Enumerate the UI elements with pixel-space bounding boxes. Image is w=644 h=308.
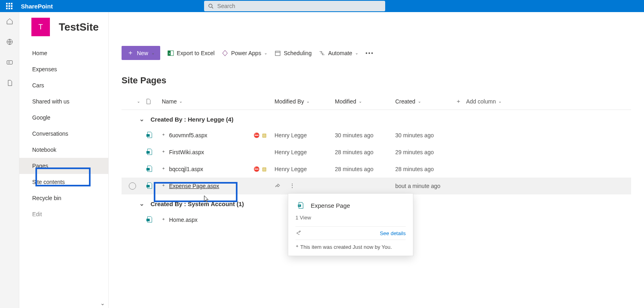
table-row[interactable]: ✦Expense Page.aspx⋮bout a minute ago — [122, 178, 631, 194]
table-row[interactable]: ✦bqccqjl1.aspx⛔▧Henry Legge28 minutes ag… — [122, 161, 631, 178]
powerapps-icon — [222, 50, 228, 56]
scheduling-button[interactable]: Scheduling — [275, 50, 312, 56]
export-excel-button[interactable]: x Export to Excel — [167, 50, 215, 56]
file-name-link[interactable]: bqccqjl1.aspx — [169, 166, 203, 172]
created-cell: 29 minutes ago — [395, 149, 456, 155]
nav-item-site-contents[interactable]: Site contents — [19, 174, 108, 190]
share-icon[interactable] — [295, 230, 302, 236]
site-logo[interactable]: T — [31, 18, 50, 36]
new-button[interactable]: ＋ New ⌄ — [122, 46, 160, 60]
group-title: Created By : System Account (1) — [151, 201, 244, 207]
chevron-down-icon[interactable]: ⌄ — [139, 116, 146, 123]
nav-collapse-icon[interactable]: ⌄ — [100, 300, 105, 306]
table-header: ⌄ Name ⌄ Modified By ⌄ Modified ⌄ Create… — [122, 93, 631, 110]
app-rail — [0, 12, 19, 308]
file-name-link[interactable]: Home.aspx — [169, 217, 198, 223]
excel-icon: x — [167, 50, 174, 56]
more-icon[interactable]: ⋮ — [289, 182, 295, 190]
command-bar: ＋ New ⌄ x Export to Excel Power Apps ⌄ — [109, 42, 644, 64]
created-cell: 28 minutes ago — [395, 166, 456, 172]
file-type-icon[interactable] — [146, 99, 151, 104]
column-created[interactable]: Created ⌄ — [395, 98, 456, 105]
app-launcher-icon[interactable] — [3, 3, 15, 9]
table-row[interactable]: ✦6uovmnf5.aspx⛔▧Henry Legge30 minutes ag… — [122, 127, 631, 144]
group-title: Created By : Henry Legge (4) — [151, 116, 233, 123]
column-modified[interactable]: Modified ⌄ — [335, 98, 395, 105]
svg-rect-11 — [147, 134, 150, 136]
chevron-down-icon[interactable]: ⌄ — [139, 200, 146, 207]
chevron-down-icon[interactable]: ⌄ — [137, 99, 140, 103]
chevron-down-icon: ⌄ — [264, 51, 267, 55]
home-icon[interactable] — [6, 18, 13, 26]
sharepoint-page-icon — [146, 131, 153, 138]
svg-rect-9 — [275, 51, 280, 56]
modified-cell: 28 minutes ago — [335, 149, 395, 155]
select-circle[interactable] — [129, 182, 136, 190]
nav-item-edit[interactable]: Edit — [19, 206, 108, 222]
sparkle-icon: ✦ — [162, 149, 165, 154]
nav-item-expenses[interactable]: Expenses — [19, 61, 108, 77]
chevron-down-icon: ⌄ — [151, 51, 155, 55]
see-details-link[interactable]: See details — [380, 230, 406, 236]
sparkle-icon: ✦ — [162, 183, 165, 188]
more-actions-button[interactable]: ••• — [365, 50, 374, 56]
file-name-link[interactable]: Expense Page.aspx — [169, 183, 219, 189]
group-header[interactable]: ⌄Created By : Henry Legge (4) — [122, 110, 631, 127]
modified-cell: 28 minutes ago — [335, 166, 395, 172]
sparkle-icon: ✦ — [162, 132, 165, 137]
power-apps-button[interactable]: Power Apps ⌄ — [222, 50, 267, 56]
nav-item-google[interactable]: Google — [19, 110, 108, 126]
sparkle-icon: ✦ — [162, 166, 165, 171]
nav-item-recycle-bin[interactable]: Recycle bin — [19, 190, 108, 206]
chevron-down-icon: ⌄ — [355, 51, 358, 55]
nav-item-shared-with-us[interactable]: Shared with us — [19, 93, 108, 110]
site-navigation: HomeExpensesCarsShared with usGoogleConv… — [19, 42, 109, 308]
search-box[interactable] — [204, 1, 385, 11]
globe-icon[interactable] — [6, 38, 13, 47]
svg-text:S: S — [299, 205, 300, 207]
sharepoint-page-icon — [146, 165, 153, 172]
svg-rect-3 — [7, 61, 12, 64]
site-title: TestSite — [59, 21, 99, 33]
nav-item-cars[interactable]: Cars — [19, 77, 108, 93]
svg-rect-13 — [147, 168, 150, 170]
nav-item-notebook[interactable]: Notebook — [19, 142, 108, 158]
automate-button[interactable]: Automate ⌄ — [319, 50, 358, 56]
created-cell: 30 minutes ago — [395, 132, 456, 138]
modified-by-cell: Henry Legge — [275, 132, 307, 138]
calendar-icon — [275, 50, 281, 56]
svg-rect-12 — [147, 151, 150, 153]
new-button-label: New — [137, 50, 148, 56]
modified-by-cell: Henry Legge — [275, 149, 335, 155]
news-icon[interactable] — [6, 59, 13, 67]
checkout-icon: ▧ — [262, 132, 266, 138]
svg-line-1 — [212, 7, 213, 8]
sharepoint-page-icon — [146, 182, 153, 189]
column-name[interactable]: Name ⌄ — [162, 98, 275, 105]
page-heading: Site Pages — [109, 64, 644, 93]
add-column-button[interactable]: ＋Add column ⌄ — [456, 98, 536, 105]
blocked-icon: ⛔ — [254, 166, 260, 172]
table-row[interactable]: ✦FirstWiki.aspxHenry Legge28 minutes ago… — [122, 144, 631, 161]
suite-bar: SharePoint — [0, 0, 644, 12]
sharepoint-page-icon: S — [295, 200, 306, 211]
checkout-icon: ▧ — [262, 166, 266, 172]
search-input[interactable] — [217, 3, 381, 9]
hover-card-footer: This item was created Just now by You. — [300, 244, 392, 250]
file-name-link[interactable]: FirstWiki.aspx — [169, 149, 204, 155]
file-name-link[interactable]: 6uovmnf5.aspx — [169, 132, 207, 138]
hover-card-views: 1 View — [295, 215, 406, 221]
svg-point-0 — [208, 4, 212, 7]
nav-item-conversations[interactable]: Conversations — [19, 126, 108, 142]
flow-icon — [319, 50, 325, 56]
nav-item-pages[interactable]: Pages — [19, 158, 108, 174]
share-icon[interactable] — [275, 182, 281, 190]
modified-by-cell: Henry Legge — [275, 166, 307, 172]
column-modified-by[interactable]: Modified By ⌄ — [275, 98, 335, 105]
nav-item-home[interactable]: Home — [19, 45, 108, 61]
sparkle-icon: ✦ — [295, 244, 299, 248]
modified-cell: 30 minutes ago — [335, 132, 395, 138]
brand-label: SharePoint — [21, 3, 53, 10]
files-icon[interactable] — [6, 79, 13, 88]
svg-rect-15 — [147, 219, 150, 221]
